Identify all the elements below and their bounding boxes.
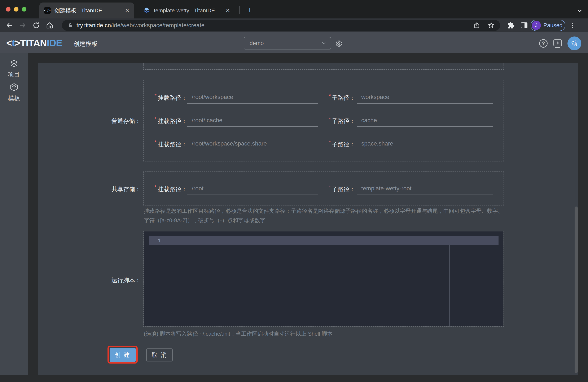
sub-path-label: 子路径： xyxy=(332,185,355,193)
cube-icon xyxy=(9,83,19,92)
window-minimize-button[interactable] xyxy=(14,7,19,12)
required-mark: * xyxy=(329,184,331,191)
url-path: /ide/web/workspace/template/create xyxy=(111,22,205,29)
window-controls[interactable] xyxy=(6,7,26,12)
workspace-select[interactable]: demo xyxy=(244,37,331,49)
new-tab-button[interactable]: + xyxy=(245,5,255,15)
create-button[interactable]: 创 建 xyxy=(110,348,136,362)
normal-storage-group-label: 普通存储： xyxy=(101,117,141,125)
shared-storage-group-label: 共享存储： xyxy=(101,185,141,193)
required-mark: * xyxy=(329,116,331,122)
user-avatar[interactable]: 演 xyxy=(567,37,581,50)
panel-scrollbar[interactable] xyxy=(575,206,578,373)
mount-path-input[interactable]: /root xyxy=(187,182,318,195)
sub-path-label: 子路径： xyxy=(332,140,355,148)
tab-template-wetty[interactable]: template-wetty - TitanIDE ✕ xyxy=(139,2,235,19)
sub-path-label: 子路径： xyxy=(332,94,355,102)
mount-path-label: 挂载路径： xyxy=(158,117,187,125)
url-bar[interactable]: try.titanide.cn/ide/web/workspace/templa… xyxy=(62,20,500,31)
required-mark: * xyxy=(154,93,157,99)
cancel-button[interactable]: 取 消 xyxy=(146,348,173,361)
tab-title: 创建模板 - TitanIDE xyxy=(55,7,102,14)
reload-button[interactable] xyxy=(31,21,41,30)
close-tab-icon[interactable]: ✕ xyxy=(220,7,230,14)
tab-search-chevron-icon[interactable] xyxy=(575,6,584,16)
layers-icon xyxy=(9,59,19,68)
window-maximize-button[interactable] xyxy=(22,7,26,12)
required-mark: * xyxy=(154,139,157,146)
console-settings-icon[interactable] xyxy=(553,39,562,46)
browser-profile-button[interactable]: J Paused xyxy=(531,20,565,31)
titanide-favicon: <t> xyxy=(44,7,51,14)
app-header: <t>TITANIDE 创建模板 demo ? 演 xyxy=(0,32,588,53)
mount-path-label: 挂载路径： xyxy=(158,140,187,148)
select-chevron-icon xyxy=(321,41,326,46)
sub-path-input[interactable]: cache xyxy=(357,114,493,127)
sidebar-item-label: 模板 xyxy=(8,94,20,102)
required-mark: * xyxy=(154,184,157,191)
window-close-button[interactable] xyxy=(6,7,10,12)
back-button[interactable] xyxy=(5,21,14,30)
script-code-editor[interactable]: 1 xyxy=(144,231,503,326)
mount-path-input[interactable]: /root/workspace xyxy=(187,91,318,104)
path-rules-help-text: 挂载路径是您的工作区目标路径，必须是合法的文件夹路径；子路径名是网络存储源子路径… xyxy=(144,206,505,225)
share-icon[interactable] xyxy=(473,22,480,29)
forward-button[interactable] xyxy=(18,21,27,30)
profile-avatar: J xyxy=(532,21,541,30)
editor-ruler-line xyxy=(449,245,450,326)
sub-path-input[interactable]: space.share xyxy=(357,137,493,150)
tab-divider xyxy=(239,6,240,14)
script-hint-text: (选填) 脚本将写入路径 ~/.cache/.init，当工作区启动时自动运行以… xyxy=(144,330,333,337)
storage-row: * 挂载路径： /root/.cache * 子路径： cache xyxy=(143,114,504,127)
mount-path-input[interactable]: /root/.cache xyxy=(187,114,318,127)
help-icon[interactable]: ? xyxy=(539,39,547,47)
lock-icon xyxy=(67,22,73,28)
browser-tabstrip: <t> 创建模板 - TitanIDE ✕ template-wetty - T… xyxy=(0,0,588,19)
editor-cursor xyxy=(174,237,174,244)
storage-row: * 挂载路径： /root * 子路径： template-wetty-root xyxy=(143,182,504,195)
tab-title: template-wetty - TitanIDE xyxy=(154,7,215,14)
workspace-settings-gear-icon[interactable] xyxy=(335,40,342,47)
app-sidebar: 项目 模板 xyxy=(0,53,28,375)
bookmark-star-icon[interactable] xyxy=(488,22,495,29)
console-icon-base xyxy=(555,47,560,48)
side-panel-icon[interactable] xyxy=(519,21,529,30)
close-tab-icon[interactable]: ✕ xyxy=(120,7,129,14)
sub-path-input[interactable]: workspace xyxy=(357,91,493,104)
profile-status: Paused xyxy=(543,22,563,29)
extensions-puzzle-icon[interactable] xyxy=(506,21,516,30)
mount-path-input[interactable]: /root/workspace/space.share xyxy=(187,137,318,150)
required-mark: * xyxy=(329,139,331,146)
mount-path-label: 挂载路径： xyxy=(158,94,187,102)
workspace-select-value: demo xyxy=(250,40,321,46)
home-button[interactable] xyxy=(45,21,55,30)
sub-path-label: 子路径： xyxy=(332,117,355,125)
tab-create-template[interactable]: <t> 创建模板 - TitanIDE ✕ xyxy=(39,2,134,19)
editor-line-number: 1 xyxy=(155,238,164,244)
editor-current-line: 1 xyxy=(149,236,499,245)
sidebar-item-templates[interactable]: 模板 xyxy=(0,83,28,102)
screen: <t> 创建模板 - TitanIDE ✕ template-wetty - T… xyxy=(0,0,588,382)
sidebar-item-label: 项目 xyxy=(8,70,20,78)
storage-row: * 挂载路径： /root/workspace/space.share * 子路… xyxy=(143,137,504,151)
required-mark: * xyxy=(154,116,157,122)
sidebar-item-projects[interactable]: 项目 xyxy=(0,59,28,78)
required-mark: * xyxy=(329,93,331,99)
mount-path-label: 挂载路径： xyxy=(158,185,187,193)
titanide-logo: <t>TITANIDE xyxy=(6,37,62,49)
browser-toolbar: try.titanide.cn/ide/web/workspace/templa… xyxy=(0,19,588,32)
sub-path-input[interactable]: template-wetty-root xyxy=(357,182,493,195)
storage-row: * 挂载路径： /root/workspace * 子路径： workspace xyxy=(143,91,504,104)
run-script-label: 运行脚本： xyxy=(101,276,141,284)
url-host: try.titanide.cn xyxy=(77,22,111,29)
workspace-favicon xyxy=(143,7,150,14)
browser-menu-kebab-icon[interactable] xyxy=(570,21,575,30)
clipped-section-box xyxy=(143,63,504,70)
page-title: 创建模板 xyxy=(73,40,98,48)
